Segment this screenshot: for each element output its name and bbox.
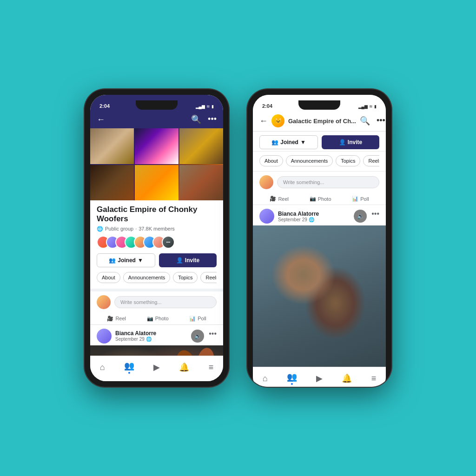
phone-1-scroll[interactable]: Galactic Empire of Chonky Woofers 🌐 Publ…	[90, 128, 223, 356]
invite-button-2[interactable]: 👤 Invite	[322, 135, 379, 149]
post-header-actions-2: 🔈 •••	[354, 210, 379, 223]
poll-label-1: Poll	[198, 316, 206, 321]
tab-announcements-2[interactable]: Announcements	[286, 155, 333, 166]
poll-button-2[interactable]: 📊 Poll	[352, 196, 369, 202]
post-meta-1: Bianca Alatorre September 29 🌐	[115, 330, 187, 342]
photo-icon-1: 📷	[147, 316, 153, 322]
collage-2	[135, 128, 178, 164]
post-more-1[interactable]: •••	[209, 330, 217, 343]
user-avatar-1	[97, 295, 111, 309]
joined-label-1: Joined	[118, 257, 136, 264]
reel-button-2[interactable]: 🎥 Reel	[270, 196, 289, 202]
reel-label-2: Reel	[278, 196, 289, 202]
post-card-2: Bianca Alatorre September 29 🌐 🔈 •••	[253, 205, 386, 367]
nav-home-2[interactable]: ⌂	[259, 373, 271, 384]
write-input-1[interactable]: Write something...	[114, 296, 217, 308]
reel-icon-2: 🎥	[270, 196, 276, 202]
globe-icon-1: 🌐	[97, 226, 103, 232]
reel-icon-1: 🎥	[107, 316, 113, 322]
header-bar-2: ← 🐱 Galactic Empire of Ch... 🔍 •••	[253, 111, 386, 132]
nav-menu-2[interactable]: ≡	[368, 373, 380, 384]
bottom-nav-1: ⌂ 👥 ▶ 🔔 ≡	[90, 356, 223, 381]
search-button-1[interactable]: 🔍	[191, 114, 201, 125]
active-indicator-1	[128, 372, 130, 374]
nav-groups-2[interactable]: 👥	[283, 371, 301, 386]
group-info-1: Galactic Empire of Chonky Woofers 🌐 Publ…	[90, 200, 223, 289]
nav-video-1[interactable]: ▶	[150, 361, 164, 373]
tab-topics-2[interactable]: Topics	[336, 155, 360, 166]
cover-collage	[90, 128, 223, 200]
write-section-2: Write something... 🎥 Reel 📷 Photo 📊 Poll	[253, 172, 386, 205]
post-card-1: Bianca Alatorre September 29 🌐 🔈 •••	[90, 325, 223, 356]
poll-icon-2: 📊	[352, 196, 358, 202]
joined-button-2[interactable]: 👥 Joined ▼	[259, 135, 318, 149]
tab-about-1[interactable]: About	[97, 272, 120, 283]
nav-home-1[interactable]: ⌂	[96, 362, 109, 373]
action-buttons-1: 👥 Joined ▼ 👤 Invite	[97, 253, 217, 267]
joined-button-1[interactable]: 👥 Joined ▼	[97, 253, 155, 267]
battery-icon-2: ▮	[374, 104, 377, 109]
post-more-2[interactable]: •••	[371, 210, 379, 223]
post-author-2: Bianca Alatorre	[278, 211, 350, 217]
user-avatar-2	[259, 175, 273, 189]
poll-icon-1: 📊	[189, 316, 196, 322]
photo-button-1[interactable]: 📷 Photo	[147, 316, 169, 322]
search-button-2[interactable]: 🔍	[360, 116, 370, 126]
back-button-1[interactable]: ←	[97, 115, 105, 125]
invite-button-1[interactable]: 👤 Invite	[159, 253, 217, 267]
tab-reels-1[interactable]: Reels	[200, 272, 217, 283]
tab-announcements-1[interactable]: Announcements	[123, 272, 171, 283]
write-row-2: Write something...	[253, 172, 386, 193]
bottom-nav-2: ⌂ 👥 ▶ 🔔 ≡	[253, 367, 386, 387]
invite-icon-2: 👤	[339, 139, 346, 145]
group-name-1: Galactic Empire of Chonky Woofers	[97, 205, 217, 224]
nav-menu-1[interactable]: ≡	[205, 362, 218, 373]
mute-button-1[interactable]: 🔈	[191, 330, 204, 343]
nav-bell-2[interactable]: 🔔	[338, 372, 356, 384]
tab-reels-2[interactable]: Reels	[363, 155, 379, 166]
tab-about-2[interactable]: About	[259, 155, 283, 166]
write-input-2[interactable]: Write something...	[277, 176, 379, 188]
mute-button-2[interactable]: 🔈	[354, 210, 367, 223]
header-right-icons-1: 🔍 •••	[191, 114, 217, 125]
post-image-1	[90, 345, 223, 356]
poll-button-1[interactable]: 📊 Poll	[189, 316, 206, 322]
header-title-row-2: 🐱 Galactic Empire of Ch...	[271, 114, 356, 127]
phone-1-frame: 2:04 ▂▄▆ ≋ ▮ ← 🔍 •••	[85, 89, 229, 387]
battery-icon-1: ▮	[212, 104, 214, 109]
nav-groups-1[interactable]: 👥	[120, 360, 138, 375]
tab-topics-1[interactable]: Topics	[173, 272, 198, 283]
photo-button-2[interactable]: 📷 Photo	[310, 196, 331, 202]
notch-1	[136, 100, 178, 110]
photo-label-1: Photo	[155, 316, 169, 321]
post-date-1: September 29 🌐	[115, 337, 187, 342]
cover-image-1	[90, 128, 223, 200]
post-actions-row-1: 🎥 Reel 📷 Photo 📊 Poll	[90, 313, 223, 325]
status-time-2: 2:04	[262, 103, 272, 109]
nav-bell-1[interactable]: 🔔	[175, 361, 193, 373]
write-row-1: Write something...	[90, 291, 223, 313]
collage-4	[90, 165, 134, 201]
post-header-1: Bianca Alatorre September 29 🌐 🔈 •••	[90, 325, 223, 345]
nav-video-2[interactable]: ▶	[312, 372, 326, 384]
wifi-icon-2: ≋	[369, 104, 373, 109]
signal-icon-2: ▂▄▆	[358, 104, 368, 109]
more-button-1[interactable]: •••	[208, 114, 217, 125]
status-icons-2: ▂▄▆ ≋ ▮	[358, 104, 377, 109]
more-button-2[interactable]: •••	[377, 116, 385, 126]
back-button-2[interactable]: ←	[259, 116, 268, 126]
post-avatar-1	[97, 329, 112, 344]
large-post-image-2	[253, 225, 386, 367]
reel-button-1[interactable]: 🎥 Reel	[107, 316, 126, 322]
status-time-1: 2:04	[99, 103, 110, 109]
tabs-row-1: About Announcements Topics Reels	[97, 272, 217, 284]
invite-label-1: Invite	[185, 257, 199, 264]
active-indicator-2	[291, 383, 293, 385]
tabs-section-2: About Announcements Topics Reels	[253, 152, 386, 172]
poll-label-2: Poll	[360, 196, 369, 202]
post-date-2: September 29 🌐	[278, 217, 350, 222]
post-header-actions-1: 🔈 •••	[191, 330, 217, 343]
signal-icon-1: ▂▄▆	[196, 104, 205, 109]
phone-2-frame: 2:04 ▂▄▆ ≋ ▮ ← 🐱 Galactic Empire of Ch..…	[247, 89, 391, 387]
group-visibility-1: Public group	[105, 226, 133, 231]
